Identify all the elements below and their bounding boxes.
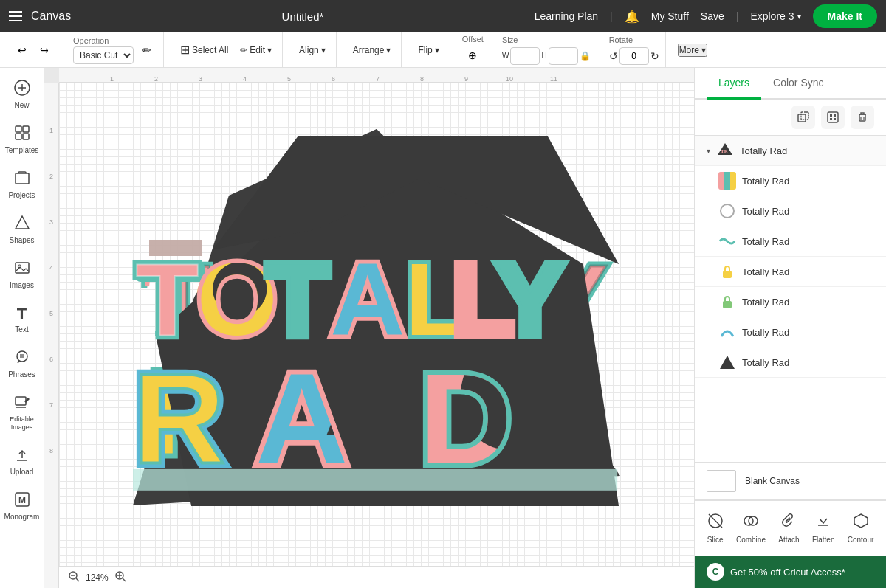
rotate-cw-icon[interactable]: ↻ xyxy=(650,50,659,62)
sidebar-label-images: Images xyxy=(10,281,34,290)
align-button[interactable]: Align▾ xyxy=(295,42,330,58)
sidebar-label-editable-images: Editable Images xyxy=(6,415,38,432)
slice-action[interactable]: Slice xyxy=(701,510,729,547)
svg-text:Y: Y xyxy=(495,241,564,357)
rotate-ccw-icon[interactable]: ↺ xyxy=(609,50,618,62)
svg-rect-87 xyxy=(834,118,836,120)
my-stuff-link[interactable]: My Stuff xyxy=(651,10,689,22)
learning-plan-link[interactable]: Learning Plan xyxy=(535,10,598,22)
zoom-out-button[interactable] xyxy=(68,570,80,585)
panel-toolbar xyxy=(695,100,886,136)
projects-icon xyxy=(14,170,30,190)
redo-button[interactable]: ↪ xyxy=(34,40,55,60)
undo-button[interactable]: ↩ xyxy=(12,40,32,60)
flatten-icon xyxy=(815,513,831,533)
list-item[interactable]: Totally Rad xyxy=(695,257,886,287)
select-all-button[interactable]: ⊞ Select All xyxy=(176,40,233,60)
notification-bell[interactable]: 🔔 xyxy=(625,10,639,24)
panel-actions: Slice Combine Attach Flatten xyxy=(695,500,886,556)
sidebar-item-new[interactable]: New xyxy=(3,74,41,116)
explore-button[interactable]: Explore 3 ▾ xyxy=(750,10,800,22)
layer-thumb xyxy=(718,293,736,311)
height-input[interactable] xyxy=(549,47,578,65)
layer-group-name: Totally Rad xyxy=(740,145,874,156)
save-button[interactable]: Save xyxy=(701,10,724,22)
sidebar-item-projects[interactable]: Projects xyxy=(3,164,41,206)
make-it-button[interactable]: Make It xyxy=(813,4,877,28)
hamburger-menu[interactable] xyxy=(9,11,22,21)
svg-rect-7 xyxy=(16,173,29,184)
document-title[interactable]: Untitled* xyxy=(282,10,324,23)
list-item[interactable]: Totally Rad xyxy=(695,196,886,226)
blank-canvas-bar[interactable]: Blank Canvas xyxy=(695,462,886,500)
promo-text: Get 50% off Cricut Access* xyxy=(730,567,845,578)
sidebar-item-templates[interactable]: Templates xyxy=(3,119,41,161)
canvas-content[interactable]: T T O O O TOTALLY TOTALLY xyxy=(59,83,694,566)
sidebar-item-shapes[interactable]: Shapes xyxy=(3,209,41,251)
promo-bar[interactable]: C Get 50% off Cricut Access* xyxy=(695,556,886,588)
artwork[interactable]: T T O O O TOTALLY TOTALLY xyxy=(118,122,635,528)
arrange-button[interactable]: Arrange▾ xyxy=(348,42,396,58)
flip-button[interactable]: Flip▾ xyxy=(413,42,443,58)
rotate-input[interactable] xyxy=(619,47,649,65)
list-item[interactable]: Totally Rad xyxy=(695,347,886,378)
layer-thumb xyxy=(718,323,736,341)
layer-thumb xyxy=(718,172,736,190)
sidebar-item-phrases[interactable]: Phrases xyxy=(3,343,41,385)
svg-rect-3 xyxy=(16,126,21,132)
size-h-label: H xyxy=(541,52,546,60)
offset-label: Offset xyxy=(462,35,484,44)
flatten-label: Flatten xyxy=(812,536,835,544)
svg-rect-4 xyxy=(23,126,29,132)
svg-line-78 xyxy=(123,578,126,581)
svg-rect-84 xyxy=(830,114,832,117)
offset-button[interactable]: ⊕ xyxy=(462,45,483,66)
svg-rect-82 xyxy=(801,112,808,120)
edit-button[interactable]: ✏ Edit ▾ xyxy=(236,42,276,58)
more-button[interactable]: More ▾ xyxy=(678,44,708,57)
panel-tabs: Layers Color Sync xyxy=(695,68,886,100)
delete-button[interactable] xyxy=(851,106,874,129)
duplicate-button[interactable] xyxy=(791,106,815,129)
attach-label: Attach xyxy=(778,536,799,544)
combine-action[interactable]: Combine xyxy=(730,510,772,547)
layer-name: Totally Rad xyxy=(742,176,874,187)
group-button[interactable] xyxy=(821,106,845,129)
sidebar-item-images[interactable]: Images xyxy=(3,254,41,296)
width-input[interactable] xyxy=(510,47,540,65)
sidebar-item-text[interactable]: T Text xyxy=(3,299,41,340)
operation-select[interactable]: Basic Cut xyxy=(73,46,134,64)
flatten-action[interactable]: Flatten xyxy=(806,510,841,547)
canvas-area[interactable]: 1 2 3 4 5 6 7 8 9 10 11 1 2 3 4 5 6 7 8 xyxy=(44,68,694,588)
layer-name: Totally Rad xyxy=(742,266,874,277)
lock-aspect-icon[interactable]: 🔒 xyxy=(580,51,591,61)
list-item[interactable]: Totally Rad xyxy=(695,287,886,317)
list-item[interactable]: Totally Rad xyxy=(695,166,886,196)
layer-group-item[interactable]: ▾ TR Totally Rad xyxy=(695,136,886,166)
svg-text:M: M xyxy=(18,495,26,505)
svg-rect-86 xyxy=(830,118,832,120)
list-item[interactable]: Totally Rad xyxy=(695,317,886,347)
contour-action[interactable]: Contour xyxy=(842,510,880,547)
edit-style-button[interactable]: ✏ xyxy=(137,40,157,60)
svg-rect-98 xyxy=(723,301,732,308)
sidebar-label-projects: Projects xyxy=(8,191,35,200)
svg-rect-14 xyxy=(16,397,26,405)
tab-color-sync[interactable]: Color Sync xyxy=(761,68,835,100)
sidebar-label-text: Text xyxy=(15,325,28,334)
attach-action[interactable]: Attach xyxy=(772,510,805,547)
top-navigation: Canvas Untitled* Learning Plan | 🔔 My St… xyxy=(0,0,886,32)
tab-layers[interactable]: Layers xyxy=(707,68,761,100)
layer-thumb xyxy=(718,232,736,250)
list-item[interactable]: Totally Rad xyxy=(695,226,886,257)
sidebar-item-upload[interactable]: Upload xyxy=(3,440,41,482)
zoom-in-button[interactable] xyxy=(114,570,126,585)
svg-rect-93 xyxy=(718,172,724,190)
sidebar-item-monogram[interactable]: M Monogram xyxy=(3,485,41,528)
layer-name: Totally Rad xyxy=(742,236,874,247)
shapes-icon xyxy=(14,215,30,235)
size-label: Size xyxy=(502,35,591,44)
sidebar-label-templates: Templates xyxy=(5,146,39,155)
blank-canvas-label: Blank Canvas xyxy=(745,476,800,486)
sidebar-item-editable-images[interactable]: Editable Images xyxy=(3,388,41,437)
